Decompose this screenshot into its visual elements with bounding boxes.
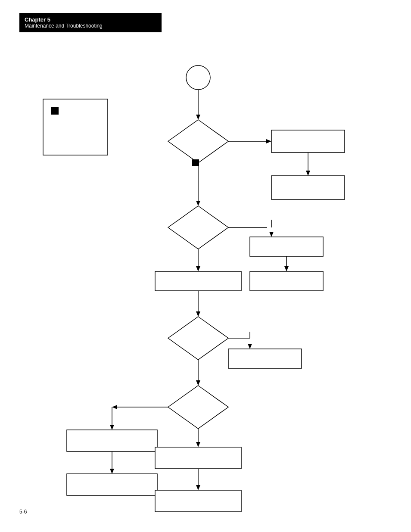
- box-right-3: [250, 237, 323, 256]
- flowchart-svg: [0, 56, 411, 513]
- arrowhead-bc1d3: [196, 311, 200, 317]
- box-center-2: [155, 447, 241, 469]
- arrowhead-d2bc1: [196, 266, 200, 271]
- arrowhead-d3r: [248, 344, 252, 349]
- box-center-1: [155, 271, 241, 291]
- diamond-4: [168, 386, 228, 429]
- legend-square: [51, 107, 59, 115]
- arrowhead-d2r: [269, 232, 274, 237]
- arrowhead-br1br2: [306, 171, 310, 176]
- box-right-1: [271, 130, 345, 152]
- box-left-2: [67, 474, 157, 495]
- arrowhead-1: [196, 115, 200, 120]
- diamond-1: [168, 120, 228, 163]
- box-right-4: [250, 271, 323, 291]
- arrowhead-d4bc2: [196, 442, 200, 447]
- diamond-2: [168, 206, 228, 249]
- arrowhead-d1r: [266, 139, 271, 143]
- arrowhead-bc2bc3: [196, 485, 200, 490]
- arrowhead-bl1bl2: [110, 469, 114, 474]
- arrowhead-br3br4: [284, 266, 289, 271]
- box-left-1: [67, 430, 157, 451]
- chapter-title: Chapter 5: [25, 16, 156, 23]
- diamond-3: [168, 317, 228, 360]
- start-circle: [186, 65, 210, 90]
- chapter-subtitle: Maintenance and Troubleshooting: [25, 23, 156, 29]
- box-center-3: [155, 490, 241, 512]
- arrowhead-d1d2: [196, 201, 200, 206]
- box-right-5: [228, 349, 302, 368]
- arrowhead-d3d4: [196, 380, 200, 386]
- flowchart: [0, 56, 411, 513]
- box-right-2: [271, 176, 345, 199]
- arrowhead-d4l: [112, 405, 117, 409]
- arrowhead-d4l2: [110, 425, 114, 430]
- chapter-header: Chapter 5 Maintenance and Troubleshootin…: [19, 13, 162, 32]
